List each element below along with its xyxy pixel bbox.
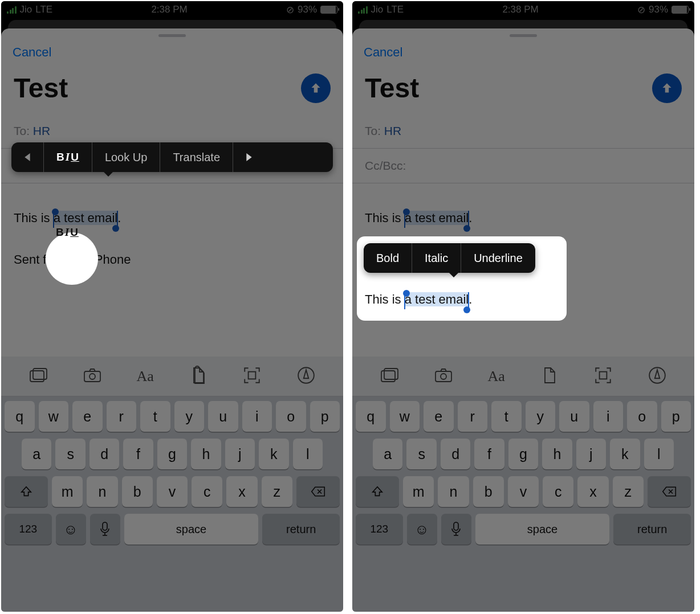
key-u[interactable]: u [208,401,238,432]
key-k[interactable]: k [610,439,640,469]
key-l[interactable]: l [293,439,323,469]
number-key[interactable]: 123 [356,514,403,545]
translate-button[interactable]: Translate [160,142,233,172]
attach-icon[interactable] [539,366,559,387]
return-key[interactable]: return [613,514,691,545]
key-r[interactable]: r [458,401,488,432]
text-selection[interactable]: a test email [405,211,469,225]
key-q[interactable]: q [356,401,386,432]
underline-button[interactable]: Underline [461,243,535,273]
key-i[interactable]: i [593,401,624,432]
shift-key[interactable] [5,476,48,507]
key-y[interactable]: y [526,401,556,432]
key-r[interactable]: r [107,401,137,432]
italic-button[interactable]: Italic [412,243,461,273]
key-f[interactable]: f [474,439,504,469]
dictation-key[interactable] [441,514,471,545]
key-a[interactable]: a [373,439,402,469]
camera-icon[interactable] [83,366,102,387]
key-k[interactable]: k [259,439,288,469]
key-v[interactable]: v [157,476,188,507]
key-b[interactable]: b [473,476,504,507]
to-label: To: [365,124,381,137]
attach-icon[interactable] [188,366,207,387]
key-x[interactable]: x [577,476,608,507]
key-h[interactable]: h [542,439,572,469]
to-recipient[interactable]: HR [33,124,50,137]
emoji-key[interactable]: ☺ [56,514,86,545]
scan-icon[interactable] [242,366,262,387]
key-f[interactable]: f [123,439,153,469]
key-w[interactable]: w [390,401,420,432]
emoji-key[interactable]: ☺ [407,514,437,545]
key-y[interactable]: y [174,401,205,432]
shift-key[interactable] [356,476,399,507]
ctx-prev-button[interactable] [11,142,43,172]
markup-icon[interactable] [296,366,316,387]
to-field[interactable]: To: HR [352,114,694,149]
to-recipient[interactable]: HR [384,124,401,137]
key-t[interactable]: t [491,401,522,432]
key-o[interactable]: o [276,401,306,432]
sheet-grabber[interactable] [158,34,186,37]
photos-icon[interactable] [29,366,48,387]
key-l[interactable]: l [644,439,674,469]
key-t[interactable]: t [140,401,170,432]
key-p[interactable]: p [310,401,340,432]
key-z[interactable]: z [613,476,644,507]
send-button[interactable] [301,73,331,103]
key-a[interactable]: a [22,439,51,469]
format-icon[interactable]: Aa [488,368,505,385]
send-button[interactable] [652,73,682,103]
key-e[interactable]: e [72,401,103,432]
text-selection[interactable]: a test email [54,211,118,225]
key-j[interactable]: j [576,439,606,469]
key-i[interactable]: i [242,401,272,432]
photos-icon[interactable] [380,366,399,387]
key-d[interactable]: d [89,439,119,469]
backspace-key[interactable] [648,476,691,507]
backspace-key[interactable] [296,476,340,507]
key-h[interactable]: h [191,439,221,469]
key-q[interactable]: q [5,401,35,432]
key-m[interactable]: m [403,476,434,507]
key-b[interactable]: b [122,476,153,507]
key-m[interactable]: m [52,476,83,507]
key-n[interactable]: n [87,476,117,507]
space-key[interactable]: space [475,514,610,545]
key-e[interactable]: e [424,401,454,432]
ctx-next-button[interactable] [233,142,265,172]
key-n[interactable]: n [438,476,469,507]
key-d[interactable]: d [441,439,470,469]
scan-icon[interactable] [593,366,613,387]
key-w[interactable]: w [39,401,69,432]
keyboard-row-1: qwertyuiop [5,401,340,432]
cancel-button[interactable]: Cancel [1,37,63,60]
key-s[interactable]: s [406,439,436,469]
cc-bcc-field[interactable]: Cc/Bcc: [352,149,694,183]
space-key[interactable]: space [124,514,259,545]
dictation-key[interactable] [90,514,120,545]
key-g[interactable]: g [157,439,187,469]
key-o[interactable]: o [627,401,657,432]
cancel-button[interactable]: Cancel [352,37,414,60]
key-j[interactable]: j [225,439,255,469]
markup-icon[interactable] [648,366,667,387]
return-key[interactable]: return [262,514,340,545]
sheet-grabber[interactable] [510,34,537,37]
key-z[interactable]: z [262,476,292,507]
key-s[interactable]: s [55,439,85,469]
key-x[interactable]: x [226,476,257,507]
key-c[interactable]: c [543,476,573,507]
biu-button[interactable]: BIU [44,142,92,172]
key-u[interactable]: u [559,401,589,432]
key-v[interactable]: v [508,476,539,507]
camera-icon[interactable] [434,366,453,387]
format-icon[interactable]: Aa [137,368,154,385]
key-p[interactable]: p [661,401,691,432]
number-key[interactable]: 123 [5,514,52,545]
key-c[interactable]: c [192,476,222,507]
lookup-button[interactable]: Look Up [92,142,160,172]
key-g[interactable]: g [508,439,538,469]
bold-button[interactable]: Bold [364,243,412,273]
